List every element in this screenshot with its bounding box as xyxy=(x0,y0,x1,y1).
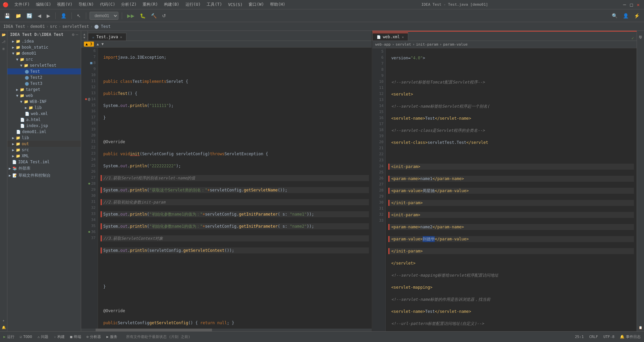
r-gutter-26: 26 xyxy=(372,175,385,181)
position-indicator[interactable]: 25:1 xyxy=(575,335,584,339)
right-editor: 📄 web.xml ✕ ✓ web-app › servlet › init-p… xyxy=(372,31,637,331)
bc-servlet: servlet xyxy=(395,42,411,47)
status-analyze[interactable]: ⊙ 分析器 xyxy=(87,334,101,339)
menu-edit[interactable]: 编辑(E) xyxy=(33,1,54,8)
menu-navigate[interactable]: 导航(N) xyxy=(76,1,97,8)
tree-item-book[interactable]: ▶ 📁 book_static xyxy=(7,44,81,50)
bc-src[interactable]: src xyxy=(50,24,57,29)
menu-file[interactable]: 文件(F) xyxy=(12,1,33,8)
tree-item-out[interactable]: ▶ 📁 out xyxy=(7,141,81,147)
bc-module[interactable]: demo01 xyxy=(30,24,45,29)
structure-icon[interactable]: ⊞ xyxy=(2,47,4,51)
r-gutter-5: 5 xyxy=(372,48,385,54)
encoding-indicator[interactable]: UTF-8 xyxy=(603,335,614,339)
debug-btn[interactable]: 🐛 xyxy=(138,12,147,19)
menu-view[interactable]: 视图(V) xyxy=(54,1,75,8)
save-btn[interactable]: 💾 xyxy=(3,12,12,19)
menu-window[interactable]: 窗口(W) xyxy=(246,1,267,8)
sidebar-collapse-icon[interactable]: — xyxy=(76,32,78,37)
r-gutter-10: 10 xyxy=(372,78,385,84)
left-scrollbar[interactable] xyxy=(81,329,372,331)
tree-item-target[interactable]: ▶ 📁 target xyxy=(7,87,81,93)
tree-item-scratches[interactable]: ▶ 📝 草稿文件和控制台 xyxy=(7,172,81,179)
menu-code[interactable]: 代码(C) xyxy=(97,1,118,8)
nav-down-icon[interactable]: ▼ xyxy=(102,42,104,46)
menu-build[interactable]: 构建(B) xyxy=(161,1,182,8)
commit-icon[interactable]: ⎇ xyxy=(2,40,6,44)
event-log-icon[interactable]: 📋 xyxy=(639,326,642,329)
tree-item-webinf[interactable]: ▼ 📁 WEB-INF xyxy=(7,99,81,105)
tab-close-icon[interactable]: ✕ xyxy=(120,35,122,39)
bc-project[interactable]: IDEA Test xyxy=(3,24,25,29)
tree-item-src[interactable]: ▼ 📁 src xyxy=(7,56,81,62)
person-btn[interactable]: 👤 xyxy=(59,12,68,19)
tree-item-iml[interactable]: 📄 demo01.iml xyxy=(7,129,81,135)
sidebar-settings-icon[interactable]: ⚙ xyxy=(72,32,74,37)
profile-btn[interactable]: 👤 xyxy=(621,12,630,19)
tree-item-ahtml[interactable]: 📄 a.html xyxy=(7,117,81,123)
tree-item-test2[interactable]: ⬤ Test2 xyxy=(7,74,81,80)
open-btn[interactable]: 📁 xyxy=(14,12,23,19)
cursor-btn[interactable]: ↖ xyxy=(75,12,83,19)
tree-item-lib[interactable]: ▶ 📁 lib xyxy=(7,105,81,111)
event-log-btn[interactable]: 🔔 事件日志 xyxy=(620,334,641,339)
bc-package[interactable]: servletTest xyxy=(62,24,89,29)
tree-item-external-libs[interactable]: ▶ 📚 外部库 xyxy=(7,165,81,172)
left-code-scroll[interactable]: import java.io.IOException; public class… xyxy=(98,48,372,329)
nav-up-icon[interactable]: ▲ xyxy=(97,42,99,46)
status-terminal[interactable]: ■ 终端 xyxy=(70,334,81,339)
search-everywhere-btn[interactable]: 🔍 xyxy=(610,12,619,19)
menu-help[interactable]: 帮助(H) xyxy=(267,1,288,8)
tab-close-icon-right[interactable]: ✕ xyxy=(402,35,404,39)
close-btn[interactable]: ✕ xyxy=(635,1,641,8)
folder-icon: 📁 xyxy=(16,39,20,44)
tree-item-demo01[interactable]: ▼ 📁 demo01 xyxy=(7,50,81,56)
tree-item-webxml[interactable]: 📄 web.xml xyxy=(7,111,81,117)
menu-analyze[interactable]: 分析(Z) xyxy=(118,1,139,8)
tree-item-xml[interactable]: ▶ 📁 XML xyxy=(7,153,81,159)
back-btn[interactable]: ◀ xyxy=(36,12,43,19)
update-btn[interactable]: ⚡ xyxy=(632,12,641,19)
menu-vcs[interactable]: VCS(S) xyxy=(225,2,245,8)
menu-refactor[interactable]: 重构(R) xyxy=(140,1,161,8)
project-icon[interactable]: 📂 xyxy=(2,33,6,37)
tree-item-test3[interactable]: ⬤ Test3 xyxy=(7,80,81,87)
tab-test-java[interactable]: ☕ Test.java ✕ xyxy=(88,33,126,41)
branch-selector[interactable]: demo01 xyxy=(90,12,118,20)
reload-btn[interactable]: ↺ xyxy=(160,12,168,19)
run-gradle-btn[interactable]: ▶▶ xyxy=(125,12,136,19)
minimize-btn[interactable]: ─ xyxy=(622,1,628,8)
tree-item-idea[interactable]: ▶ 📁 .idea xyxy=(7,38,81,44)
status-services[interactable]: ▶ 服务 xyxy=(106,334,117,339)
right-code-scroll[interactable]: version="4.0"> <!--servlet标签给Tomcat配置Ser… xyxy=(386,48,637,331)
status-run[interactable]: ▶ 运行 xyxy=(3,334,14,339)
tree-item-ideaiml[interactable]: 📄 IDEA Test.iml xyxy=(7,159,81,165)
status-build[interactable]: ☆ 构建 xyxy=(54,334,65,339)
chevron-right-icon: ▶ xyxy=(12,148,14,152)
bookmarks-right-icon[interactable]: ★ xyxy=(640,36,641,40)
notifications-icon[interactable]: 🔔 xyxy=(2,326,6,329)
menu-tools[interactable]: 工具(T) xyxy=(204,1,225,8)
r-code-6 xyxy=(388,67,634,73)
tree-item-servlettest[interactable]: ▼ 📁 servletTest xyxy=(7,62,81,68)
build-btn[interactable]: 🔨 xyxy=(149,12,158,19)
sync-btn[interactable]: 🔄 xyxy=(25,12,34,19)
tree-item-indexjsp[interactable]: 📄 index.jsp xyxy=(7,123,81,129)
build-label: 构建 xyxy=(57,334,65,339)
bookmarks-icon[interactable]: ★ xyxy=(2,319,4,322)
tree-item-lib2[interactable]: ▶ 📁 lib xyxy=(7,135,81,141)
status-problems[interactable]: ⚠ 问题 xyxy=(38,334,49,339)
code-line-16: //1.获取Servlet程序的别名servlet-name的值 xyxy=(101,175,369,181)
tree-item-web[interactable]: ▼ 📁 web xyxy=(7,93,81,99)
folder-icon: 📁 xyxy=(24,63,29,68)
forward-btn[interactable]: ▶ xyxy=(45,12,52,19)
tab-web-xml[interactable]: 📄 web.xml ✕ xyxy=(372,33,408,41)
tree-item-src2[interactable]: ▶ 📁 src xyxy=(7,147,81,153)
bc-class[interactable]: ⬤ Test xyxy=(94,24,111,29)
maximize-btn[interactable]: □ xyxy=(628,1,634,8)
status-todo[interactable]: ☑ TODO xyxy=(20,335,32,339)
r-code-9: <!--servlet-name标签给Servlet程序起一个别名( xyxy=(388,103,634,109)
menu-run[interactable]: 运行(U) xyxy=(183,1,204,8)
tree-item-test[interactable]: ⬤ Test xyxy=(7,68,81,74)
line-separator[interactable]: CRLF xyxy=(589,335,598,339)
